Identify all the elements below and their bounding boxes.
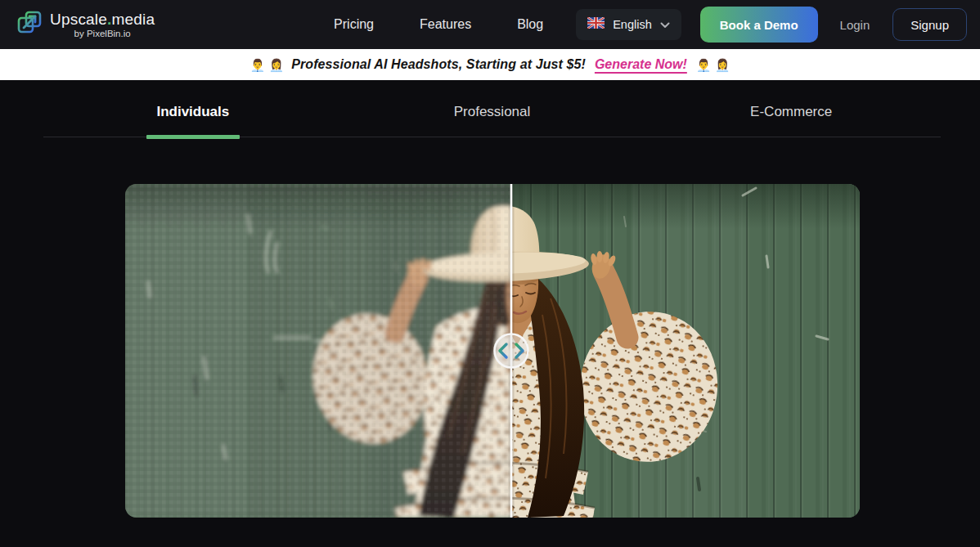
active-tab-underline [146,135,240,139]
brand-byline: by PixelBin.io [74,29,131,39]
brand-title: Upscale.media [50,11,155,29]
main-nav: Pricing Features Blog [334,17,543,32]
login-button[interactable]: Login [837,18,874,32]
tab-individuals[interactable]: Individuals [43,104,343,137]
announcement-bar: 👨‍💼 👩‍💼 Professional AI Headshots, Start… [0,49,980,80]
office-worker-emojis-right: 👨‍💼 👩‍💼 [696,59,731,71]
uk-flag-icon [587,17,605,32]
comparison-drag-handle[interactable] [495,334,528,368]
language-selected-label: English [613,18,652,31]
tab-ecommerce[interactable]: E-Commerce [641,104,941,137]
before-after-comparison [125,184,860,518]
nav-item-pricing[interactable]: Pricing [334,17,374,32]
header: Upscale.media by PixelBin.io Pricing Fea… [0,0,980,49]
upscale-logo-icon [16,8,44,41]
office-worker-emojis-left: 👨‍💼 👩‍💼 [250,59,285,71]
category-tabs: Individuals Professional E-Commerce [43,80,941,137]
signup-button[interactable]: Signup [892,8,967,41]
tab-professional[interactable]: Professional [343,104,642,137]
nav-item-blog[interactable]: Blog [517,17,543,32]
book-demo-button[interactable]: Book a Demo [700,7,818,43]
generate-now-link[interactable]: Generate Now! [595,57,687,72]
brand-logo[interactable]: Upscale.media by PixelBin.io [16,8,155,41]
announcement-text: Professional AI Headshots, Starting at J… [291,57,586,72]
language-selector[interactable]: English [576,9,681,40]
chevron-down-icon [660,17,670,32]
nav-item-features[interactable]: Features [420,17,471,32]
